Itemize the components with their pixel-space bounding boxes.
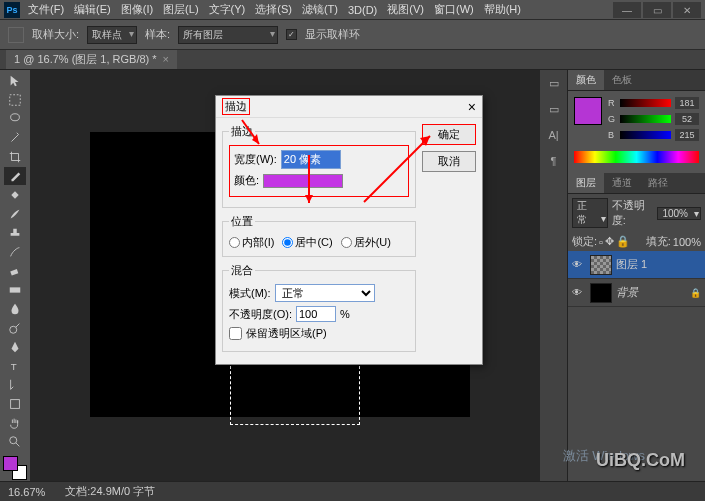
menu-window[interactable]: 窗口(W): [434, 2, 474, 17]
eraser-tool[interactable]: [4, 262, 26, 280]
window-close[interactable]: ✕: [673, 2, 701, 18]
lock-pixels-icon[interactable]: ▫: [599, 236, 603, 248]
paths-tab[interactable]: 路径: [640, 173, 676, 193]
brush-tool[interactable]: [4, 205, 26, 223]
g-value[interactable]: 52: [675, 113, 699, 125]
collapsed-panel-strip: ▭ ▭ A| ¶: [540, 70, 568, 481]
fg-color[interactable]: [3, 456, 18, 471]
r-value[interactable]: 181: [675, 97, 699, 109]
radio-outside[interactable]: 居外(U): [341, 235, 391, 250]
color-picker[interactable]: [3, 456, 27, 480]
radio-inside[interactable]: 内部(I): [229, 235, 274, 250]
menu-select[interactable]: 选择(S): [255, 2, 292, 17]
zoom-level[interactable]: 16.67%: [8, 486, 45, 498]
layer-row-bg[interactable]: 👁 背景 🔒: [568, 279, 705, 307]
opacity-panel-value[interactable]: 100%: [657, 207, 701, 220]
sample-layers-select[interactable]: 所有图层: [178, 26, 278, 44]
show-ring-label: 显示取样环: [305, 27, 360, 42]
char-panel-icon[interactable]: A|: [545, 126, 563, 144]
move-tool[interactable]: [4, 72, 26, 90]
lock-label: 锁定:: [572, 234, 597, 249]
menu-file[interactable]: 文件(F): [28, 2, 64, 17]
menu-layer[interactable]: 图层(L): [163, 2, 198, 17]
stroke-fieldset: 描边 宽度(W):20 像素 颜色:: [222, 124, 416, 208]
menu-help[interactable]: 帮助(H): [484, 2, 521, 17]
layers-panel: 正常 不透明度: 100% 锁定: ▫ ✥ 🔒 填充: 100% 👁 图层 1: [568, 194, 705, 481]
menu-3d[interactable]: 3D(D): [348, 4, 377, 16]
lock-position-icon[interactable]: ✥: [605, 235, 614, 248]
svg-text:T: T: [11, 361, 17, 372]
stamp-tool[interactable]: [4, 224, 26, 242]
b-slider[interactable]: [620, 131, 671, 139]
blur-tool[interactable]: [4, 300, 26, 318]
stroke-color-swatch[interactable]: [263, 174, 343, 188]
type-tool[interactable]: T: [4, 357, 26, 375]
window-minimize[interactable]: —: [613, 2, 641, 18]
doc-size[interactable]: 文档:24.9M/0 字节: [65, 484, 155, 499]
show-ring-checkbox[interactable]: ✓: [286, 29, 297, 40]
layers-tab[interactable]: 图层: [568, 173, 604, 193]
hand-tool[interactable]: [4, 414, 26, 432]
blend-mode-panel-select[interactable]: 正常: [572, 198, 608, 228]
width-input[interactable]: 20 像素: [281, 150, 341, 169]
ok-button[interactable]: 确定: [422, 124, 476, 145]
layer-row-1[interactable]: 👁 图层 1: [568, 251, 705, 279]
visibility-icon[interactable]: 👁: [572, 259, 586, 270]
color-panel-swatch[interactable]: [574, 97, 602, 125]
eyedropper-tool[interactable]: [4, 167, 26, 185]
window-maximize[interactable]: ▭: [643, 2, 671, 18]
blend-mode-select[interactable]: 正常: [275, 284, 375, 302]
actions-panel-icon[interactable]: ▭: [545, 100, 563, 118]
shape-tool[interactable]: [4, 395, 26, 413]
history-panel-icon[interactable]: ▭: [545, 74, 563, 92]
heal-tool[interactable]: [4, 186, 26, 204]
menu-view[interactable]: 视图(V): [387, 2, 424, 17]
dodge-tool[interactable]: [4, 319, 26, 337]
layer-name[interactable]: 背景: [616, 285, 638, 300]
channels-tab[interactable]: 通道: [604, 173, 640, 193]
visibility-icon[interactable]: 👁: [572, 287, 586, 298]
pen-tool[interactable]: [4, 338, 26, 356]
cancel-button[interactable]: 取消: [422, 151, 476, 172]
radio-center[interactable]: 居中(C): [282, 235, 332, 250]
lock-all-icon[interactable]: 🔒: [616, 235, 630, 248]
color-tab[interactable]: 颜色: [568, 70, 604, 90]
svg-rect-4: [10, 287, 21, 292]
gradient-tool[interactable]: [4, 281, 26, 299]
stroke-dialog: 描边 × 描边 宽度(W):20 像素 颜色: 位置 内部(I) 居中(C) 居…: [215, 95, 483, 365]
wand-tool[interactable]: [4, 129, 26, 147]
lasso-tool[interactable]: [4, 110, 26, 128]
preserve-checkbox[interactable]: [229, 327, 242, 340]
b-value[interactable]: 215: [675, 129, 699, 141]
fill-value[interactable]: 100%: [673, 236, 701, 248]
para-panel-icon[interactable]: ¶: [545, 152, 563, 170]
opacity-input[interactable]: [296, 306, 336, 322]
blend-fieldset: 混合 模式(M):正常 不透明度(O):% 保留透明区域(P): [222, 263, 416, 352]
position-legend: 位置: [229, 214, 255, 229]
right-panels: ▭ ▭ A| ¶ 颜色 色板 R181 G52 B215 图层 通道 路径 正常…: [540, 70, 705, 481]
menu-type[interactable]: 文字(Y): [209, 2, 246, 17]
zoom-tool[interactable]: [4, 433, 26, 451]
marquee-tool[interactable]: [4, 91, 26, 109]
menu-bar: Ps 文件(F) 编辑(E) 图像(I) 图层(L) 文字(Y) 选择(S) 滤…: [0, 0, 705, 20]
g-slider[interactable]: [620, 115, 671, 123]
layer-name[interactable]: 图层 1: [616, 257, 647, 272]
menu-image[interactable]: 图像(I): [121, 2, 153, 17]
dialog-close-icon[interactable]: ×: [468, 99, 476, 115]
crop-tool[interactable]: [4, 148, 26, 166]
dialog-titlebar[interactable]: 描边 ×: [216, 96, 482, 118]
sample-size-select[interactable]: 取样点: [87, 26, 137, 44]
close-tab-icon[interactable]: ×: [163, 53, 169, 65]
spectrum-bar[interactable]: [574, 151, 699, 163]
document-tab[interactable]: 1 @ 16.7% (图层 1, RGB/8) *×: [6, 50, 177, 69]
swatches-tab[interactable]: 色板: [604, 70, 640, 90]
tool-preset-icon[interactable]: [8, 27, 24, 43]
menu-filter[interactable]: 滤镜(T): [302, 2, 338, 17]
layer-thumbnail[interactable]: [590, 255, 612, 275]
svg-point-8: [10, 437, 17, 444]
r-slider[interactable]: [620, 99, 671, 107]
layer-thumbnail[interactable]: [590, 283, 612, 303]
path-tool[interactable]: [4, 376, 26, 394]
history-brush-tool[interactable]: [4, 243, 26, 261]
menu-edit[interactable]: 编辑(E): [74, 2, 111, 17]
